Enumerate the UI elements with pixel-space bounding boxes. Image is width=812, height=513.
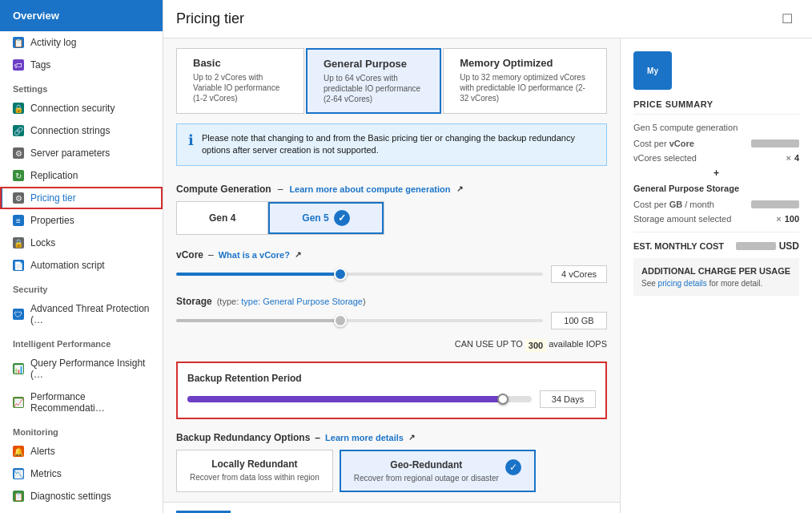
sidebar-item-label: Server parameters bbox=[30, 147, 110, 159]
vcore-section: vCore – What is a vCore? ↗ 4 vCores bbox=[163, 243, 620, 289]
page-title: Pricing tier bbox=[176, 10, 244, 27]
storage-slider-track[interactable] bbox=[176, 319, 543, 322]
compute-dash: – bbox=[278, 184, 283, 195]
gen4-button[interactable]: Gen 4 bbox=[177, 202, 268, 234]
sidebar-item-label: Tags bbox=[30, 59, 50, 71]
metrics-icon: 📉 bbox=[13, 468, 24, 479]
tab-basic[interactable]: Basic Up to 2 vCores with Variable IO pe… bbox=[176, 48, 304, 114]
compute-section: Compute Generation – Learn more about co… bbox=[163, 176, 620, 243]
sidebar-item-label: Diagnostic settings bbox=[30, 491, 111, 502]
properties-icon: ≡ bbox=[13, 215, 24, 226]
sidebar-item-locks[interactable]: 🔒 Locks bbox=[0, 232, 163, 254]
connection-security-icon: 🔒 bbox=[13, 103, 24, 114]
storage-amount-row: Storage amount selected × 100 bbox=[633, 214, 799, 224]
ok-bar: OK bbox=[163, 502, 620, 513]
compute-learn-more-link[interactable]: Learn more about compute generation bbox=[289, 184, 450, 194]
storage-slider-thumb[interactable] bbox=[334, 314, 347, 327]
sidebar-item-tags[interactable]: 🏷 Tags bbox=[0, 54, 163, 76]
main-header: Pricing tier ☐ bbox=[163, 0, 812, 38]
sidebar-item-pricing-tier[interactable]: ⚙ Pricing tier bbox=[0, 187, 163, 209]
sidebar-item-label: Advanced Threat Protection (… bbox=[30, 303, 155, 325]
sidebar-item-label: Performance Recommendati… bbox=[30, 391, 155, 414]
sidebar-item-query-performance[interactable]: 📊 Query Performance Insight (… bbox=[0, 352, 163, 386]
storage-type-link[interactable]: type: General Purpose Storage bbox=[241, 297, 363, 306]
redundancy-desc: Recover from regional outage or disaster bbox=[354, 474, 499, 483]
pricing-details-link[interactable]: pricing details bbox=[658, 279, 707, 288]
tab-general-purpose[interactable]: General Purpose Up to 64 vCores with pre… bbox=[306, 48, 441, 114]
tier-desc: Up to 32 memory optimized vCores with pr… bbox=[460, 72, 590, 103]
backup-section: Backup Retention Period 34 Days bbox=[176, 362, 607, 419]
sidebar-item-label: Activity log bbox=[30, 37, 76, 48]
tier-desc: Up to 2 vCores with Variable IO performa… bbox=[193, 72, 287, 103]
price-section-title: PRICE SUMMARY bbox=[633, 99, 799, 115]
price-panel: My PRICE SUMMARY Gen 5 compute generatio… bbox=[620, 38, 812, 513]
backup-value-box: 34 Days bbox=[540, 390, 596, 408]
storage-title: Storage (type: type: General Purpose Sto… bbox=[176, 296, 607, 307]
cost-per-gb-bar bbox=[751, 200, 799, 208]
backup-slider-thumb[interactable] bbox=[497, 394, 509, 405]
settings-section-label: Settings bbox=[0, 76, 163, 97]
est-monthly-value: USD bbox=[736, 240, 799, 252]
sidebar-item-connection-security[interactable]: 🔒 Connection security bbox=[0, 97, 163, 119]
redundancy-dash: – bbox=[315, 432, 320, 443]
sidebar-item-replication[interactable]: ↻ Replication bbox=[0, 164, 163, 187]
iops-notice: CAN USE UP TO 300 available IOPS bbox=[163, 336, 620, 355]
server-params-icon: ⚙ bbox=[13, 147, 24, 159]
sidebar-item-performance-rec[interactable]: 📈 Performance Recommendati… bbox=[0, 386, 163, 419]
geo-check: ✓ bbox=[505, 459, 521, 475]
storage-x: × bbox=[776, 214, 781, 224]
additional-title: ADDITIONAL CHARGE PER USAGE bbox=[641, 266, 791, 276]
main-area: Pricing tier ☐ Basic Up to 2 vCores with… bbox=[163, 0, 812, 513]
cost-per-vcore-label: Cost per vCore bbox=[633, 139, 694, 148]
est-monthly-row: EST. MONTHLY COST USD bbox=[633, 240, 799, 252]
sidebar: Overview 📋 Activity log 🏷 Tags Settings … bbox=[0, 0, 163, 513]
sidebar-header[interactable]: Overview bbox=[0, 0, 163, 31]
external-link-icon-vcore: ↗ bbox=[295, 250, 301, 259]
cost-per-gb-label: Cost per GB / month bbox=[633, 200, 714, 209]
plus-row: + bbox=[633, 168, 799, 179]
sidebar-item-alerts[interactable]: 🔔 Alerts bbox=[0, 440, 163, 463]
vcore-link[interactable]: What is a vCore? bbox=[219, 250, 290, 260]
price-divider bbox=[633, 232, 799, 232]
sidebar-item-activity-log[interactable]: 📋 Activity log bbox=[0, 31, 163, 54]
sidebar-item-connection-strings[interactable]: 🔗 Connection strings bbox=[0, 119, 163, 142]
pricing-tier-icon: ⚙ bbox=[13, 192, 24, 204]
redundancy-link[interactable]: Learn more details bbox=[325, 433, 404, 442]
sidebar-item-properties[interactable]: ≡ Properties bbox=[0, 209, 163, 232]
gen5-check: ✓ bbox=[334, 210, 350, 226]
close-button[interactable]: ☐ bbox=[775, 8, 799, 30]
sidebar-item-metrics[interactable]: 📉 Metrics bbox=[0, 463, 163, 485]
option-geo-redundant[interactable]: Geo-Redundant Recover from regional outa… bbox=[340, 450, 536, 492]
redundancy-title: Backup Redundancy Options – Learn more d… bbox=[176, 432, 607, 443]
vcore-dash: – bbox=[208, 249, 214, 261]
tier-desc: Up to 64 vCores with predictable IO perf… bbox=[324, 73, 424, 104]
gen5-label: Gen 5 bbox=[302, 212, 328, 224]
sidebar-item-label: Automation script bbox=[30, 260, 105, 271]
sidebar-item-automation-script[interactable]: 📄 Automation script bbox=[0, 254, 163, 277]
sidebar-item-diagnostic-settings[interactable]: 📋 Diagnostic settings bbox=[0, 485, 163, 507]
vcore-slider-thumb[interactable] bbox=[334, 268, 347, 281]
storage-num: 100 bbox=[785, 214, 799, 224]
sidebar-item-label: Connection security bbox=[30, 103, 115, 114]
backup-slider-track[interactable] bbox=[187, 396, 532, 402]
tab-memory-optimized[interactable]: Memory Optimized Up to 32 memory optimiz… bbox=[443, 48, 607, 114]
additional-suffix: for more detail. bbox=[709, 279, 763, 288]
intelligent-section-label: Intelligent Performance bbox=[0, 331, 163, 352]
vcore-slider-track[interactable] bbox=[176, 273, 543, 276]
monitoring-section-label: Monitoring bbox=[0, 419, 163, 440]
backup-title: Backup Retention Period bbox=[187, 373, 596, 384]
sidebar-item-advanced-threat[interactable]: 🛡 Advanced Threat Protection (… bbox=[0, 297, 163, 331]
vcore-slider-fill bbox=[176, 273, 341, 276]
info-message: Please note that changing to and from th… bbox=[202, 132, 595, 157]
gen5-button[interactable]: Gen 5 ✓ bbox=[268, 202, 383, 234]
storage-slider-fill bbox=[176, 319, 341, 322]
option-locally-redundant[interactable]: Locally Redundant Recover from data loss… bbox=[176, 450, 333, 492]
sidebar-item-server-parameters[interactable]: ⚙ Server parameters bbox=[0, 142, 163, 164]
additional-text: See pricing details for more detail. bbox=[641, 279, 791, 288]
replication-icon: ↻ bbox=[13, 170, 24, 181]
sidebar-item-server-logs[interactable]: 📄 Server logs bbox=[0, 507, 163, 513]
backup-slider-row: 34 Days bbox=[187, 390, 596, 408]
sidebar-item-label: Replication bbox=[30, 170, 78, 181]
activity-log-icon: 📋 bbox=[13, 37, 24, 48]
additional-charge-box: ADDITIONAL CHARGE PER USAGE See pricing … bbox=[633, 258, 799, 296]
